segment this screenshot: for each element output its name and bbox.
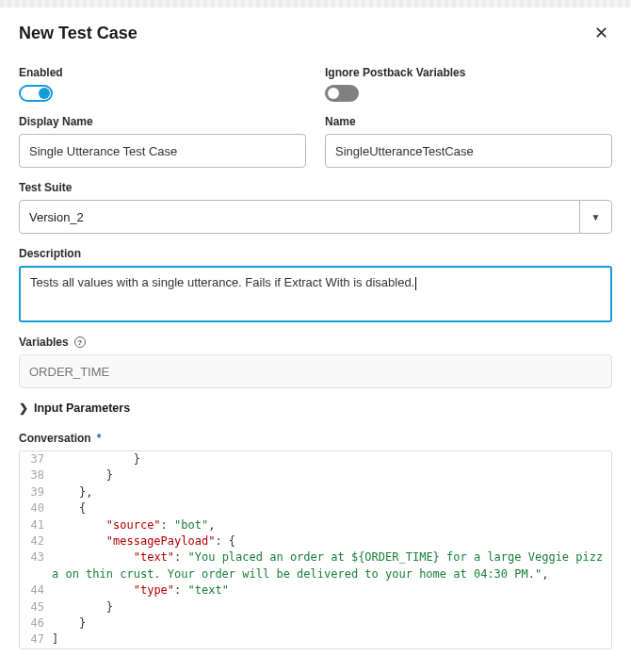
code-content: "source": "bot",	[52, 517, 611, 533]
code-line: 38 }	[20, 467, 611, 484]
top-strip	[0, 0, 631, 8]
description-label: Description	[19, 247, 612, 260]
code-line: 45 }	[20, 599, 611, 615]
gutter-number: 40	[20, 500, 52, 516]
text-cursor	[415, 277, 416, 290]
code-line: 43 "text": "You placed an order at ${ORD…	[20, 549, 611, 582]
gutter-number: 42	[20, 533, 52, 549]
required-star: *	[97, 432, 102, 445]
code-content: },	[52, 484, 611, 500]
conversation-editor[interactable]: 37 }38 }39 },40 {41 "source": "bot",42 "…	[19, 451, 612, 649]
code-content: "type": "text"	[52, 582, 611, 598]
gutter-number: 45	[20, 599, 52, 615]
code-line: 46 }	[20, 615, 611, 631]
display-name-label: Display Name	[19, 115, 306, 128]
code-content: }	[52, 615, 611, 631]
variables-input[interactable]	[19, 354, 612, 388]
description-value: Tests all values with a single utterance…	[30, 275, 414, 289]
description-textarea[interactable]: Tests all values with a single utterance…	[19, 266, 612, 322]
enabled-label: Enabled	[19, 66, 306, 79]
code-content: ]	[52, 631, 611, 647]
gutter-number: 43	[20, 549, 52, 565]
test-suite-value: Version_2	[20, 201, 579, 233]
code-content: }	[52, 451, 611, 467]
name-input[interactable]	[325, 134, 612, 168]
code-line: 42 "messagePayload": {	[20, 533, 611, 549]
input-parameters-expander[interactable]: ❯ Input Parameters	[19, 402, 612, 415]
name-label: Name	[325, 115, 612, 128]
input-parameters-label: Input Parameters	[34, 402, 130, 415]
code-line: 40 {	[20, 500, 611, 516]
variables-label: Variables	[19, 336, 69, 349]
code-content: {	[52, 500, 611, 516]
gutter-number: 41	[20, 517, 52, 533]
close-icon[interactable]: ✕	[591, 21, 612, 45]
code-line: 47]	[20, 631, 611, 647]
code-content: }	[52, 599, 611, 615]
gutter-number: 47	[20, 631, 52, 647]
code-content: "messagePayload": {	[52, 533, 611, 549]
test-suite-label: Test Suite	[19, 181, 612, 194]
gutter-number: 39	[20, 484, 52, 500]
code-line: 41 "source": "bot",	[20, 517, 611, 533]
gutter-number: 38	[20, 467, 52, 484]
gutter-number: 37	[20, 451, 52, 467]
page-title: New Test Case	[19, 24, 138, 43]
code-line: 44 "type": "text"	[20, 582, 611, 598]
gutter-number: 46	[20, 615, 52, 631]
test-suite-select[interactable]: Version_2 ▼	[19, 200, 612, 234]
display-name-input[interactable]	[19, 134, 306, 168]
conversation-label: Conversation	[19, 432, 91, 445]
chevron-right-icon: ❯	[19, 402, 28, 415]
ignore-postback-toggle[interactable]	[325, 85, 359, 102]
chevron-down-icon[interactable]: ▼	[579, 201, 611, 233]
code-line: 37 }	[20, 451, 611, 467]
enabled-toggle[interactable]	[19, 85, 53, 102]
code-content: "text": "You placed an order at ${ORDER_…	[52, 549, 611, 582]
gutter-number: 44	[20, 582, 52, 598]
help-icon[interactable]: ?	[74, 336, 86, 348]
ignore-postback-label: Ignore Postback Variables	[325, 66, 612, 79]
code-content: }	[52, 467, 611, 484]
code-line: 39 },	[20, 484, 611, 500]
